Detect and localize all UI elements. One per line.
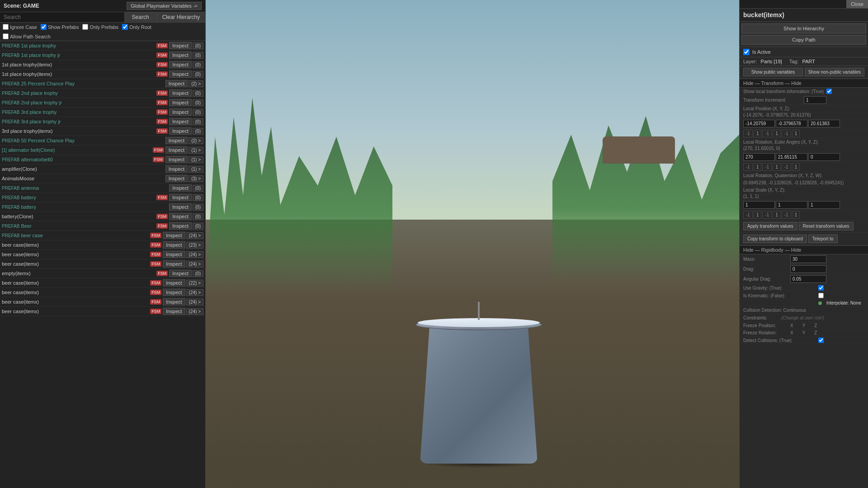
inspect-button[interactable]: Inspect: [163, 232, 185, 239]
mass-input[interactable]: [790, 255, 826, 263]
inspect-button[interactable]: Inspect: [169, 270, 191, 277]
ignore-case-checkbox[interactable]: [3, 24, 9, 30]
list-item[interactable]: PREFAB3rd place trophy jrFSMInspect(0): [0, 117, 205, 127]
filter-only-root[interactable]: Only Root: [122, 24, 151, 30]
pos-x-plus-btn[interactable]: 1: [754, 130, 762, 137]
inspect-button[interactable]: Inspect: [169, 108, 191, 116]
rot-y-minus-btn[interactable]: -1: [762, 163, 772, 171]
list-item[interactable]: beer case(itemx)FSMInspect(24) >: [0, 297, 205, 307]
angular-drag-input[interactable]: [790, 275, 826, 283]
scale-y-minus-btn[interactable]: -1: [762, 211, 772, 219]
inspect-button[interactable]: Inspect: [169, 222, 191, 230]
detect-collisions-checkbox[interactable]: [818, 338, 824, 343]
list-item[interactable]: PREFABbatteryInspect(0): [0, 202, 205, 212]
list-item[interactable]: 1st place trophy(itemx)FSMInspect(0): [0, 60, 205, 70]
inspect-button[interactable]: Inspect: [163, 298, 185, 305]
list-item[interactable]: PREFABbeer caseFSMInspect(24) >: [0, 231, 205, 240]
list-item[interactable]: PREFAB1st place trophy jrFSMInspect(0): [0, 51, 205, 60]
list-item[interactable]: PREFABBeerFSMInspect(0): [0, 221, 205, 231]
local-scale-y-input[interactable]: [776, 201, 807, 209]
is-active-checkbox[interactable]: [743, 49, 750, 55]
list-item[interactable]: beer case(itemx)FSMInspect(24) >: [0, 250, 205, 259]
inspect-button[interactable]: Inspect: [163, 260, 185, 267]
inspect-button[interactable]: Inspect: [169, 127, 191, 135]
only-prefabs-checkbox[interactable]: [82, 24, 88, 30]
inspect-button[interactable]: Inspect: [165, 156, 188, 163]
pos-y-plus-btn[interactable]: 1: [773, 130, 781, 137]
inspect-button[interactable]: Inspect: [169, 194, 191, 201]
list-item[interactable]: PREFABantennaInspect(0): [0, 183, 205, 193]
inspect-button[interactable]: Inspect: [165, 137, 188, 144]
is-kinematic-checkbox[interactable]: [818, 293, 824, 298]
inspect-button[interactable]: Inspect: [169, 42, 191, 49]
pos-y-minus-btn[interactable]: -1: [762, 130, 772, 137]
list-item[interactable]: [1]alternator belt(Clone)FSMInspect(1) >: [0, 145, 205, 155]
inspect-button[interactable]: Inspect: [169, 61, 191, 68]
list-item[interactable]: PREFAB2nd place trophyFSMInspect(0): [0, 89, 205, 98]
list-item[interactable]: PREFAB2nd place trophy jrFSMInspect(0): [0, 98, 205, 108]
list-item[interactable]: beer case(itemx)FSMInspect(24) >: [0, 307, 205, 316]
show-local-transform-checkbox[interactable]: [826, 89, 832, 94]
filter-allow-path-search[interactable]: Allow Path Search: [3, 33, 51, 39]
list-item[interactable]: beer case(itemx)FSMInspect(22) >: [0, 278, 205, 288]
teleport-to-button[interactable]: Teleport to: [808, 235, 838, 243]
inspect-button[interactable]: Inspect: [169, 213, 191, 220]
scale-z-plus-btn[interactable]: 1: [792, 211, 800, 219]
inspect-button[interactable]: Inspect: [163, 279, 185, 286]
list-item[interactable]: beer case(itemx)FSMInspect(24) >: [0, 288, 205, 297]
scale-z-minus-btn[interactable]: -1: [782, 211, 791, 219]
local-scale-x-input[interactable]: [743, 201, 775, 209]
list-item[interactable]: PREFABbatteryFSMInspect(0): [0, 193, 205, 202]
inspect-button[interactable]: Inspect: [163, 251, 185, 258]
filter-ignore-case[interactable]: Ignore Case: [3, 24, 37, 30]
filter-show-prefabs[interactable]: Show Prefabs: [41, 24, 79, 30]
list-item[interactable]: PREFABalternatorbelt0FSMInspect(1) >: [0, 155, 205, 164]
rot-x-plus-btn[interactable]: 1: [754, 163, 762, 171]
global-playmaker-btn[interactable]: Global Playmaker Variables ->: [127, 2, 202, 10]
list-item[interactable]: amplifier(Clone)Inspect(1) >: [0, 164, 205, 174]
inspect-button[interactable]: Inspect: [169, 203, 191, 211]
list-item[interactable]: 1st place trophy(itemx)FSMInspect(0): [0, 70, 205, 79]
inspect-button[interactable]: Inspect: [165, 175, 188, 182]
inspect-button[interactable]: Inspect: [169, 118, 191, 125]
pos-z-minus-btn[interactable]: -1: [782, 130, 791, 137]
close-button[interactable]: Close: [846, 0, 868, 8]
local-rot-z-input[interactable]: [808, 153, 840, 161]
inspect-button[interactable]: Inspect: [165, 165, 188, 173]
list-item[interactable]: empty(itemx)FSMInspect(0): [0, 269, 205, 278]
inspect-button[interactable]: Inspect: [169, 70, 191, 78]
inspect-button[interactable]: Inspect: [169, 89, 191, 97]
list-item[interactable]: PREFAB3rd place trophyFSMInspect(0): [0, 108, 205, 117]
scale-x-plus-btn[interactable]: 1: [754, 211, 762, 219]
inspect-button[interactable]: Inspect: [163, 308, 185, 315]
scale-x-minus-btn[interactable]: -1: [743, 211, 753, 219]
show-prefabs-checkbox[interactable]: [41, 24, 47, 30]
rot-y-plus-btn[interactable]: 1: [773, 163, 781, 171]
pos-z-plus-btn[interactable]: 1: [792, 130, 800, 137]
show-public-vars-button[interactable]: Show public variables: [743, 68, 803, 76]
local-rot-y-input[interactable]: [776, 153, 807, 161]
use-gravity-checkbox[interactable]: [818, 285, 824, 291]
allow-path-search-checkbox[interactable]: [3, 33, 9, 39]
copy-transform-button[interactable]: Copy transform to clipboard: [743, 235, 807, 243]
clear-hierarchy-button[interactable]: Clear Hierarchy: [156, 12, 205, 22]
transform-increment-input[interactable]: [804, 96, 826, 104]
scale-y-plus-btn[interactable]: 1: [773, 211, 781, 219]
list-item[interactable]: battery(Clone)FSMInspect(0): [0, 212, 205, 221]
only-root-checkbox[interactable]: [122, 24, 128, 30]
show-non-public-vars-button[interactable]: Show non-public variables: [805, 68, 864, 76]
local-rot-x-input[interactable]: [743, 153, 775, 161]
list-item[interactable]: beer case(itemx)FSMInspect(24) >: [0, 259, 205, 269]
search-button[interactable]: Search: [124, 12, 156, 22]
local-pos-z-input[interactable]: [808, 120, 840, 127]
list-item[interactable]: AnimalsMooseInspect(3) >: [0, 174, 205, 183]
apply-transform-button[interactable]: Apply transform values: [743, 222, 797, 230]
local-pos-y-input[interactable]: [776, 120, 807, 127]
inspect-button[interactable]: Inspect: [165, 80, 188, 87]
pos-x-minus-btn[interactable]: -1: [743, 130, 753, 137]
inspect-button[interactable]: Inspect: [163, 241, 185, 249]
local-pos-x-input[interactable]: [743, 120, 775, 127]
search-input[interactable]: [0, 12, 124, 22]
list-item[interactable]: PREFAB50 Percent Chance PlayInspect(2) >: [0, 136, 205, 145]
list-item[interactable]: PREFAB25 Percent Chance PlayInspect(2) >: [0, 79, 205, 89]
